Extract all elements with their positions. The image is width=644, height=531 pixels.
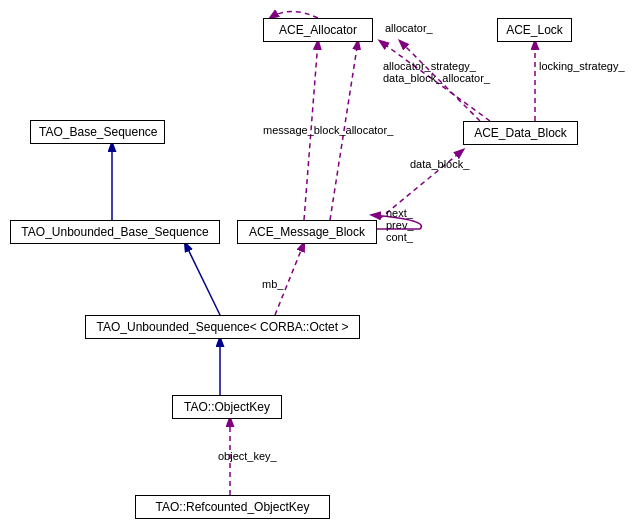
label-message-block-allocator: message_block_allocator_: [263, 124, 393, 136]
node-tao-unbounded-base-sequence: TAO_Unbounded_Base_Sequence: [10, 220, 220, 244]
label-allocator-strategy: allocator_strategy_: [383, 60, 476, 72]
label-cont: cont_: [386, 231, 413, 243]
label-allocator: allocator_: [385, 22, 433, 34]
node-tao-refcounted-object-key: TAO::Refcounted_ObjectKey: [135, 495, 330, 519]
node-ace-data-block: ACE_Data_Block: [463, 121, 578, 145]
label-locking-strategy: locking_strategy_: [539, 60, 625, 72]
node-tao-object-key: TAO::ObjectKey: [172, 395, 282, 419]
label-prev: prev_: [386, 219, 414, 231]
node-ace-message-block: ACE_Message_Block: [237, 220, 377, 244]
label-next: next_: [386, 207, 413, 219]
node-tao-base-sequence: TAO_Base_Sequence: [30, 120, 165, 144]
node-ace-allocator: ACE_Allocator: [263, 18, 373, 42]
label-mb: mb_: [262, 278, 283, 290]
label-object-key: object_key_: [218, 450, 277, 462]
node-tao-unbounded-sequence: TAO_Unbounded_Sequence< CORBA::Octet >: [85, 315, 360, 339]
edges-svg: [0, 0, 644, 531]
label-data-block: data_block_: [410, 158, 469, 170]
diagram-container: ACE_Allocator ACE_Lock TAO_Base_Sequence…: [0, 0, 644, 531]
node-ace-lock: ACE_Lock: [497, 18, 572, 42]
svg-line-1: [185, 243, 220, 315]
label-data-block-allocator: data_block_allocator_: [383, 72, 490, 84]
